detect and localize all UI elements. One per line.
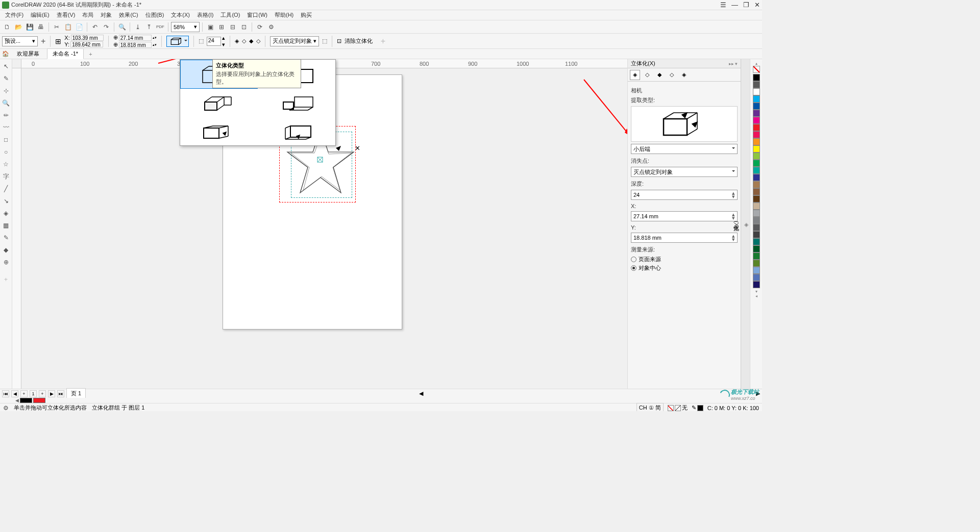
vanishing-point-select[interactable]: 灭点锁定到对象 [631,167,738,177]
depth-input[interactable]: 24 [207,37,221,46]
options-button[interactable]: ⚙ [266,22,276,32]
export-button[interactable]: ⤒ [144,22,154,32]
depth-spinner[interactable]: 24▴▾ [631,190,738,200]
copy-button[interactable]: 📋 [63,22,73,32]
palette-swatch-0[interactable] [753,74,760,81]
palette-swatch-15[interactable] [753,181,760,188]
ruler-vertical[interactable] [12,68,21,390]
extrude-color-button[interactable]: ◇ [242,38,246,44]
x-spinner[interactable]: 27.14 mm▴▾ [631,211,738,221]
rectangle-tool[interactable]: □ [1,135,11,145]
menu-text[interactable]: 文本(X) [168,10,193,20]
docker-tab-bevel[interactable]: ◈ [679,70,689,80]
palette-swatch-22[interactable] [753,231,760,238]
vanishing-point-combo[interactable]: 灭点锁定到对象▾ [270,36,319,46]
extrude-rotation-button[interactable]: ◈ [235,38,239,44]
maximize-icon[interactable]: ❐ [743,1,749,9]
transparency-tool[interactable]: ▦ [1,220,11,231]
menu-table[interactable]: 表格(I) [194,10,216,20]
show-rulers-button[interactable]: ⊞ [216,22,227,32]
page-add-after-button[interactable]: + [39,390,46,397]
docker-tab-camera[interactable]: ◈ [630,70,640,80]
clear-extrude-button[interactable]: 清除立体化 [345,37,373,45]
palette-swatch-26[interactable] [753,260,760,267]
palette-swatch-2[interactable] [753,88,760,95]
menu-buy[interactable]: 购买 [298,10,315,20]
menu-view[interactable]: 查看(V) [54,10,79,20]
eyedropper-tool[interactable]: ✎ [1,233,11,243]
palette-swatch-19[interactable] [753,210,760,217]
colorbar-swatch-black[interactable] [20,398,32,403]
hscroll-left[interactable]: ◀ [419,390,423,397]
page-last-button[interactable]: ⏭ [57,390,64,397]
palette-swatch-27[interactable] [753,267,760,274]
new-tab-button[interactable]: + [86,50,95,58]
help-note-icon[interactable]: ☰ [720,1,726,9]
palette-swatch-5[interactable] [753,110,760,117]
palette-swatch-17[interactable] [753,195,760,202]
colorbar-swatch-red[interactable] [33,398,45,403]
extrude-type-option-4[interactable] [258,89,335,117]
zoom-combo[interactable]: 58%▾ [171,22,200,32]
connector-tool[interactable]: ↘ [1,196,11,206]
status-language[interactable]: CH ① 简 [636,403,664,411]
zoom-tool[interactable]: 🔍 [1,98,11,108]
save-button[interactable]: 💾 [24,22,35,32]
extrude-bevel-button[interactable]: ◆ [249,38,253,44]
menu-layout[interactable]: 布局 [79,10,96,20]
canvas-area[interactable]: 0 100 200 300 400 500 600 700 800 900 10… [12,59,627,390]
menu-bitmap[interactable]: 位图(B) [142,10,167,20]
palette-swatch-20[interactable] [753,217,760,224]
palette-swatch-13[interactable] [753,167,760,174]
page-add-before-button[interactable]: + [20,390,28,397]
tab-document-1[interactable]: 未命名 -1* [47,48,84,59]
palette-swatch-9[interactable] [753,138,760,145]
freehand-tool[interactable]: ✏ [1,110,11,120]
palette-swatch-10[interactable] [753,145,760,153]
menu-effects[interactable]: 效果(C) [116,10,141,20]
object-origin-icon[interactable]: ⊞ [55,37,61,45]
import-button[interactable]: ⤓ [133,22,143,32]
fill-indicator-icon[interactable]: 无 [668,404,688,411]
palette-swatch-18[interactable] [753,202,760,210]
palette-swatch-16[interactable] [753,188,760,195]
y-spinner[interactable]: 18.818 mm▴▾ [631,233,738,243]
parallel-dim-tool[interactable]: ╱ [1,184,11,194]
palette-swatch-24[interactable] [753,245,760,252]
extrude-type-select[interactable]: 小后端 [631,144,738,154]
radio-page-origin[interactable]: 页面来源 [631,256,738,263]
palette-swatch-3[interactable] [753,95,760,103]
pick-tool[interactable]: ↖ [1,61,11,71]
sidebar-tab-label[interactable]: 立体化(X) [732,221,740,229]
docker-close-icon[interactable]: ▾ [735,61,738,66]
clear-extrude-icon[interactable]: ⊡ [337,38,341,44]
extrude-type-option-3[interactable] [180,89,258,117]
copy-vp-button[interactable]: ⬚ [322,38,327,44]
fill-tool[interactable]: ◆ [1,245,11,255]
menu-help[interactable]: 帮助(H) [272,10,297,20]
docker-collapse-icon[interactable]: ▸▸ [729,61,734,66]
preset-combo[interactable]: 预设...▾ [2,36,38,46]
statusbar-settings-icon[interactable]: ⚙ [3,404,9,412]
palette-swatch-12[interactable] [753,160,760,167]
extrude-type-option-5[interactable] [180,117,258,145]
palette-swatch-21[interactable] [753,224,760,231]
palette-swatch-28[interactable] [753,274,760,281]
palette-up-arrow[interactable]: ▴ [755,61,757,66]
home-icon[interactable]: 🏠 [2,50,9,58]
add-tool-button[interactable]: + [1,274,11,285]
new-doc-button[interactable]: 🗋 [2,22,12,32]
print-button[interactable]: 🖶 [36,22,46,32]
outline-indicator[interactable]: ✎ [692,404,703,411]
polygon-tool[interactable]: ☆ [1,159,11,169]
extrude-lighting-button[interactable]: ◇ [256,38,260,44]
vp-y-input[interactable]: 18.818 mm [119,42,152,48]
palette-swatch-7[interactable] [753,124,760,131]
publish-pdf-button[interactable]: PDF [155,22,165,32]
open-button[interactable]: 📂 [13,22,23,32]
page-first-button[interactable]: ⏮ [2,390,9,397]
palette-swatch-11[interactable] [753,153,760,160]
fullscreen-button[interactable]: ▣ [205,22,215,32]
show-grid-button[interactable]: ⊟ [228,22,238,32]
undo-button[interactable]: ↶ [90,22,100,32]
